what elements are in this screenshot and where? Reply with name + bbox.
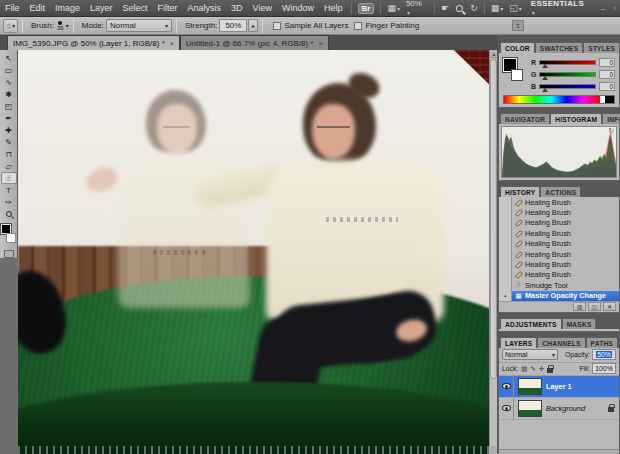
- opacity-field[interactable]: 50%: [592, 349, 616, 360]
- brush-tool[interactable]: ✎: [1, 136, 17, 148]
- tool-preset-picker[interactable]: ☝▾: [3, 19, 18, 33]
- tab-layers[interactable]: LAYERS: [500, 337, 537, 348]
- color-spectrum-ramp[interactable]: [503, 95, 615, 104]
- slider-thumb-icon[interactable]: [542, 64, 548, 68]
- view-extras-icon[interactable]: ▦▾: [384, 3, 403, 13]
- tab-styles[interactable]: STYLES: [583, 42, 620, 53]
- lasso-tool[interactable]: ∿: [1, 76, 17, 88]
- delete-state-button[interactable]: ✕: [603, 302, 616, 311]
- zoom-level-control[interactable]: 50% ▾: [403, 0, 431, 17]
- quick-selection-tool[interactable]: ✱: [1, 88, 17, 100]
- close-tab-icon[interactable]: ×: [319, 40, 323, 47]
- strength-slider-button[interactable]: ▸: [248, 19, 258, 32]
- history-state[interactable]: Healing Brush: [499, 249, 619, 259]
- minimize-button[interactable]: –: [597, 4, 609, 13]
- zoom-tool[interactable]: [1, 208, 17, 220]
- visibility-toggle[interactable]: [499, 376, 514, 397]
- document-tab-inactive[interactable]: Untitled-1 @ 66.7% (pic 4, RGB/8) * ×: [180, 35, 329, 50]
- rotate-view-icon[interactable]: ↻: [467, 3, 481, 13]
- lock-transparency-icon[interactable]: ▨: [521, 365, 527, 373]
- history-state[interactable]: Healing Brush: [499, 228, 619, 238]
- menu-help[interactable]: Help: [319, 0, 348, 16]
- tab-paths[interactable]: PATHS: [586, 337, 618, 348]
- tab-color[interactable]: COLOR: [500, 42, 535, 53]
- red-slider[interactable]: [539, 60, 596, 65]
- mode-select[interactable]: Normal▾: [106, 19, 172, 32]
- history-state-selected[interactable]: ▪▦Master Opacity Change: [499, 291, 619, 301]
- tab-masks[interactable]: MASKS: [562, 318, 597, 329]
- background-color-swatch[interactable]: [6, 233, 16, 243]
- green-slider[interactable]: [539, 72, 596, 77]
- menu-edit[interactable]: Edit: [25, 0, 51, 16]
- crop-tool[interactable]: ◰: [1, 100, 17, 112]
- fill-field[interactable]: 100%: [592, 363, 616, 374]
- sample-all-layers-checkbox[interactable]: [273, 22, 281, 30]
- move-tool[interactable]: ↖: [1, 52, 17, 64]
- menu-file[interactable]: File: [0, 0, 25, 16]
- history-state[interactable]: Healing Brush: [499, 259, 619, 269]
- quick-mask-button[interactable]: [4, 250, 14, 258]
- workspace-switcher[interactable]: ESSENTIALS ▾: [525, 0, 597, 17]
- visibility-toggle[interactable]: [499, 398, 514, 419]
- zoom-tool-icon[interactable]: [456, 5, 463, 12]
- refresh-histogram-icon[interactable]: ↻: [608, 127, 614, 135]
- screen-mode-icon[interactable]: ◱▾: [506, 3, 525, 13]
- menu-analysis[interactable]: Analysis: [183, 0, 227, 16]
- close-tab-icon[interactable]: ×: [170, 40, 174, 47]
- clone-stamp-tool[interactable]: ⊓: [1, 148, 17, 160]
- background-color-swatch[interactable]: [511, 69, 523, 81]
- layer-thumbnail[interactable]: [518, 378, 542, 395]
- new-document-from-state-button[interactable]: ▥: [573, 302, 586, 311]
- menu-view[interactable]: View: [248, 0, 277, 16]
- lock-position-icon[interactable]: ✛: [539, 365, 544, 373]
- tab-history[interactable]: HISTORY: [500, 186, 540, 197]
- layer-row-layer1[interactable]: Layer 1: [499, 376, 619, 398]
- tab-info[interactable]: INFO: [602, 113, 620, 124]
- menu-filter[interactable]: Filter: [153, 0, 183, 16]
- history-state[interactable]: Healing Brush: [499, 218, 619, 228]
- history-state[interactable]: Healing Brush: [499, 197, 619, 207]
- menu-layer[interactable]: Layer: [85, 0, 118, 16]
- panel-toggle-icon[interactable]: ≡: [512, 20, 524, 31]
- scrollbar-thumb[interactable]: [490, 59, 497, 379]
- slider-thumb-icon[interactable]: [542, 76, 548, 80]
- menu-select[interactable]: Select: [118, 0, 153, 16]
- arrange-documents-icon[interactable]: ▦▾: [488, 3, 507, 13]
- tab-adjustments[interactable]: ADJUSTMENTS: [500, 318, 562, 329]
- marquee-tool[interactable]: ▭: [1, 64, 17, 76]
- pen-tool[interactable]: ✑: [1, 196, 17, 208]
- menu-3d[interactable]: 3D: [226, 0, 248, 16]
- history-state[interactable]: Healing Brush: [499, 239, 619, 249]
- blend-mode-select[interactable]: Normal▾: [502, 349, 558, 360]
- strength-field[interactable]: 50%: [219, 19, 247, 32]
- history-state[interactable]: ☝Smudge Tool: [499, 280, 619, 290]
- canvas[interactable]: ▲: [18, 50, 497, 454]
- red-value-field[interactable]: 0: [599, 58, 615, 67]
- canvas-vertical-scrollbar[interactable]: ▲: [489, 50, 497, 454]
- document-tab-active[interactable]: IMG_5390.JPG @ 50% (Layer 1, RGB/8) * ×: [7, 35, 180, 50]
- smudge-tool[interactable]: ☝: [1, 172, 17, 184]
- tab-channels[interactable]: CHANNELS: [537, 337, 585, 348]
- layer-thumbnail[interactable]: [518, 400, 542, 417]
- lock-pixels-icon[interactable]: ✎: [530, 365, 535, 373]
- brush-dropdown-icon[interactable]: ▾: [66, 22, 69, 29]
- slider-thumb-icon[interactable]: [542, 88, 548, 92]
- healing-brush-tool[interactable]: ✚: [1, 124, 17, 136]
- finger-painting-checkbox[interactable]: [354, 22, 362, 30]
- tab-histogram[interactable]: HISTOGRAM: [550, 113, 602, 124]
- history-state[interactable]: Healing Brush: [499, 207, 619, 217]
- hand-tool-icon[interactable]: ☛: [438, 3, 452, 13]
- history-state[interactable]: Healing Brush: [499, 270, 619, 280]
- blue-value-field[interactable]: 0: [599, 82, 615, 91]
- tab-actions[interactable]: ACTIONS: [540, 186, 581, 197]
- menu-image[interactable]: Image: [50, 0, 85, 16]
- tab-swatches[interactable]: SWATCHES: [535, 42, 583, 53]
- type-tool[interactable]: T: [1, 184, 17, 196]
- menu-window[interactable]: Window: [277, 0, 319, 16]
- history-source-marker-icon[interactable]: ▪: [499, 291, 512, 301]
- brush-preview[interactable]: 36: [57, 21, 64, 31]
- green-value-field[interactable]: 0: [599, 70, 615, 79]
- eraser-tool[interactable]: ▱: [1, 160, 17, 172]
- tab-navigator[interactable]: NAVIGATOR: [500, 113, 550, 124]
- layer-row-background[interactable]: Background: [499, 398, 619, 420]
